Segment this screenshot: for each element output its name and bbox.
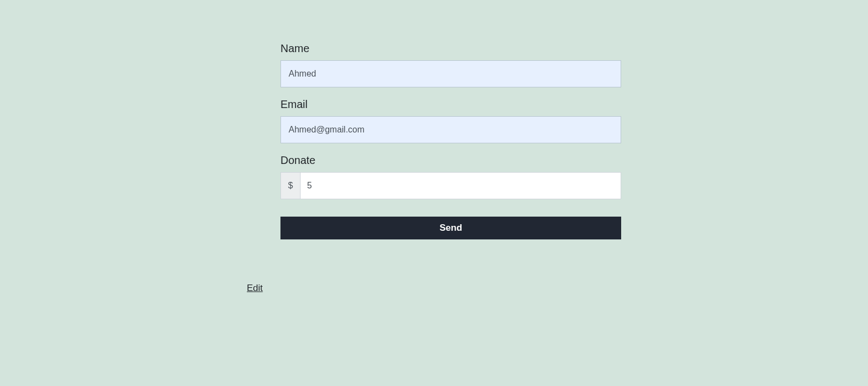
donate-field-group: Donate $ [280,154,621,199]
email-field-group: Email [280,98,621,143]
email-input[interactable] [280,116,621,143]
name-input[interactable] [280,60,621,87]
send-button[interactable]: Send [280,217,621,239]
donate-input-group: $ [280,172,621,199]
currency-symbol: $ [280,172,300,199]
name-field-group: Name [280,42,621,87]
donate-input[interactable] [300,172,621,199]
edit-link[interactable]: Edit [247,283,263,294]
donation-form: Name Email Donate $ Send [280,42,621,239]
donate-label: Donate [280,154,621,167]
name-label: Name [280,42,621,55]
email-label: Email [280,98,621,111]
